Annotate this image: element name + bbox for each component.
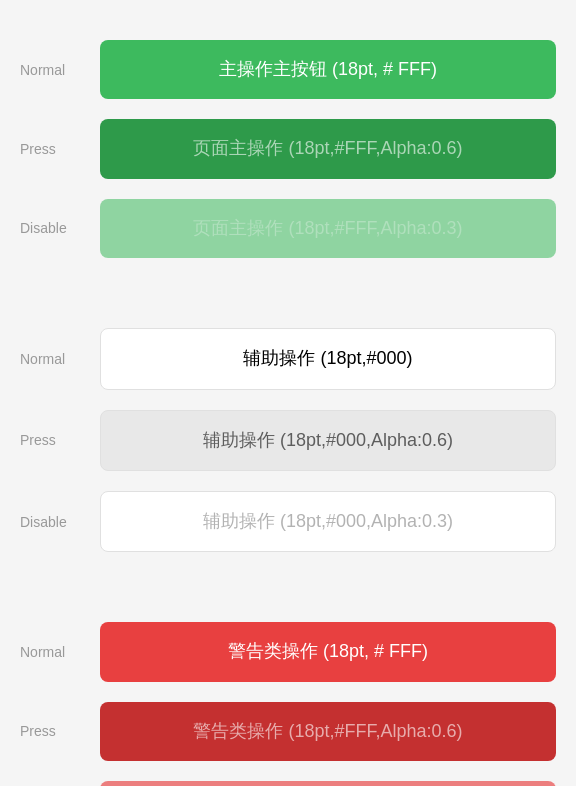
secondary-press-label: Press (20, 432, 100, 448)
warning-normal-btn-wrapper: 警告类操作 (18pt, # FFF) (100, 622, 556, 681)
primary-disable-row: Disable 页面主操作 (18pt,#FFF,Alpha:0.3) (0, 189, 576, 268)
warning-disable-row: Disable 警告类操作 (18pt,#FFF,Alpha:0.3) (0, 771, 576, 786)
warning-disable-button: 警告类操作 (18pt,#FFF,Alpha:0.3) (100, 781, 556, 786)
warning-disable-btn-wrapper: 警告类操作 (18pt,#FFF,Alpha:0.3) (100, 781, 556, 786)
primary-press-label: Press (20, 141, 100, 157)
secondary-section: Normal 辅助操作 (18pt,#000) Press 辅助操作 (18pt… (0, 308, 576, 582)
warning-normal-label: Normal (20, 644, 100, 660)
gap-1 (0, 288, 576, 308)
secondary-normal-button[interactable]: 辅助操作 (18pt,#000) (100, 328, 556, 389)
secondary-press-row: Press 辅助操作 (18pt,#000,Alpha:0.6) (0, 400, 576, 481)
primary-press-btn-wrapper: 页面主操作 (18pt,#FFF,Alpha:0.6) (100, 119, 556, 178)
primary-normal-btn-wrapper: 主操作主按钮 (18pt, # FFF) (100, 40, 556, 99)
primary-disable-label: Disable (20, 220, 100, 236)
secondary-disable-button: 辅助操作 (18pt,#000,Alpha:0.3) (100, 491, 556, 552)
warning-press-row: Press 警告类操作 (18pt,#FFF,Alpha:0.6) (0, 692, 576, 771)
warning-normal-button[interactable]: 警告类操作 (18pt, # FFF) (100, 622, 556, 681)
primary-normal-row: Normal 主操作主按钮 (18pt, # FFF) (0, 30, 576, 109)
primary-press-button[interactable]: 页面主操作 (18pt,#FFF,Alpha:0.6) (100, 119, 556, 178)
secondary-disable-btn-wrapper: 辅助操作 (18pt,#000,Alpha:0.3) (100, 491, 556, 552)
secondary-disable-label: Disable (20, 514, 100, 530)
primary-disable-btn-wrapper: 页面主操作 (18pt,#FFF,Alpha:0.3) (100, 199, 556, 258)
primary-disable-button: 页面主操作 (18pt,#FFF,Alpha:0.3) (100, 199, 556, 258)
primary-normal-label: Normal (20, 62, 100, 78)
warning-press-label: Press (20, 723, 100, 739)
primary-normal-button[interactable]: 主操作主按钮 (18pt, # FFF) (100, 40, 556, 99)
primary-section: Normal 主操作主按钮 (18pt, # FFF) Press 页面主操作 … (0, 20, 576, 288)
secondary-normal-row: Normal 辅助操作 (18pt,#000) (0, 318, 576, 399)
secondary-press-button[interactable]: 辅助操作 (18pt,#000,Alpha:0.6) (100, 410, 556, 471)
warning-section: Normal 警告类操作 (18pt, # FFF) Press 警告类操作 (… (0, 602, 576, 786)
warning-press-btn-wrapper: 警告类操作 (18pt,#FFF,Alpha:0.6) (100, 702, 556, 761)
secondary-normal-label: Normal (20, 351, 100, 367)
secondary-normal-btn-wrapper: 辅助操作 (18pt,#000) (100, 328, 556, 389)
primary-press-row: Press 页面主操作 (18pt,#FFF,Alpha:0.6) (0, 109, 576, 188)
warning-normal-row: Normal 警告类操作 (18pt, # FFF) (0, 612, 576, 691)
warning-press-button[interactable]: 警告类操作 (18pt,#FFF,Alpha:0.6) (100, 702, 556, 761)
secondary-press-btn-wrapper: 辅助操作 (18pt,#000,Alpha:0.6) (100, 410, 556, 471)
gap-2 (0, 582, 576, 602)
secondary-disable-row: Disable 辅助操作 (18pt,#000,Alpha:0.3) (0, 481, 576, 562)
